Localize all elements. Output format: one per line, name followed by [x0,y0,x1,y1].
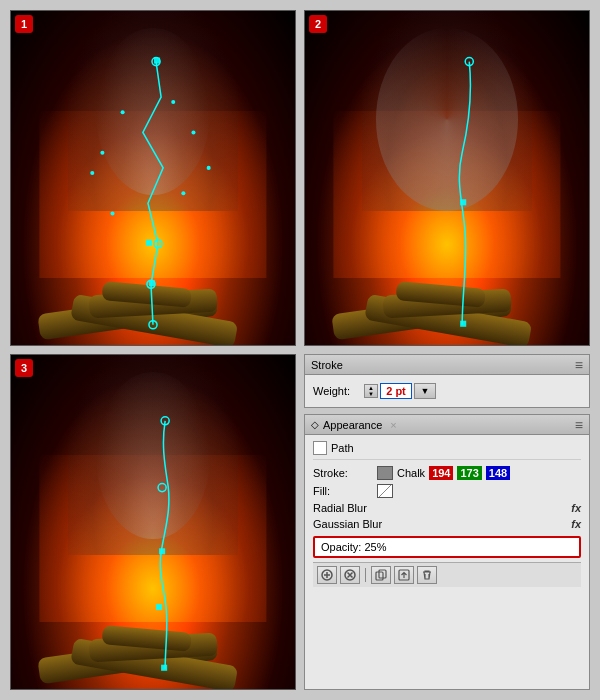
stroke-color-swatch[interactable] [377,466,393,480]
smoke-1 [96,28,210,195]
appearance-close-sep: × [390,419,396,431]
main-grid: 1 2 [0,0,600,700]
weight-dropdown[interactable]: ▼ [414,383,436,399]
radial-blur-label: Radial Blur [313,502,373,514]
stroke-panel-titlebar: Stroke ≡ [305,355,589,375]
appearance-toolbar [313,562,581,587]
logs-3 [25,572,281,689]
toolbar-btn-trash[interactable] [417,566,437,584]
panels-area: Stroke ≡ Weight: ▲ ▼ ▼ [304,354,590,690]
radial-blur-fx: fx [571,502,581,514]
fire-scene-1 [11,11,295,345]
appearance-panel-menu-icon[interactable]: ≡ [575,417,583,433]
stroke-panel-content: Weight: ▲ ▼ ▼ [305,375,589,407]
color-badge-194: 194 [429,466,453,480]
toolbar-btn-new-effect[interactable] [317,566,337,584]
opacity-text: Opacity: 25% [321,541,386,553]
appearance-title-text: Appearance [323,419,382,431]
toolbar-btn-move-up[interactable] [394,566,414,584]
stroke-name-text: Chalk [397,467,425,479]
gaussian-blur-label: Gaussian Blur [313,518,382,530]
logs-1 [25,228,281,345]
smoke-dark-2 [362,11,532,211]
appearance-diamond-icon: ◇ [311,419,319,430]
path-checkbox[interactable] [313,441,327,455]
fire-scene-3 [11,355,295,689]
appearance-panel-titlebar: ◇ Appearance × ≡ [305,415,589,435]
toolbar-btn-duplicate[interactable] [371,566,391,584]
weight-control: ▲ ▼ ▼ [364,383,436,399]
fire-scene-2 [305,11,589,345]
scene-3-cell: 3 [10,354,296,690]
scene-number-3: 3 [15,359,33,377]
weight-spinner[interactable]: ▲ ▼ [364,384,378,398]
scene-number-1: 1 [15,15,33,33]
gaussian-blur-fx: fx [571,518,581,530]
weight-input[interactable] [380,383,412,399]
scene-number-2: 2 [309,15,327,33]
toolbar-btn-delete[interactable] [340,566,360,584]
toolbar-separator-1 [365,568,366,582]
logs-2 [319,228,575,345]
appearance-path-header: Path [313,439,581,460]
stroke-weight-row: Weight: ▲ ▼ ▼ [313,379,581,403]
path-label: Path [331,442,354,454]
stroke-panel: Stroke ≡ Weight: ▲ ▼ ▼ [304,354,590,408]
appearance-panel: ◇ Appearance × ≡ Path Stroke: C [304,414,590,690]
appearance-stroke-label: Stroke: [313,467,373,479]
scene-2-cell: 2 [304,10,590,346]
weight-label: Weight: [313,385,358,397]
appearance-stroke-row: Stroke: Chalk 194 173 148 [313,464,581,482]
appearance-fill-row: Fill: [313,482,581,500]
fill-swatch[interactable] [377,484,393,498]
color-badge-148: 148 [486,466,510,480]
smoke-3 [96,372,210,539]
opacity-row: Opacity: 25% [313,536,581,558]
scene-1-cell: 1 [10,10,296,346]
stroke-panel-menu-icon[interactable]: ≡ [575,357,583,373]
appearance-panel-content: Path Stroke: Chalk 194 173 148 Fill: [305,435,589,591]
stroke-panel-title: Stroke [311,359,343,371]
appearance-panel-title: ◇ Appearance × [311,419,397,431]
gaussian-blur-row: Gaussian Blur fx [313,516,581,532]
appearance-fill-label: Fill: [313,485,373,497]
radial-blur-row: Radial Blur fx [313,500,581,516]
color-badge-173: 173 [457,466,481,480]
